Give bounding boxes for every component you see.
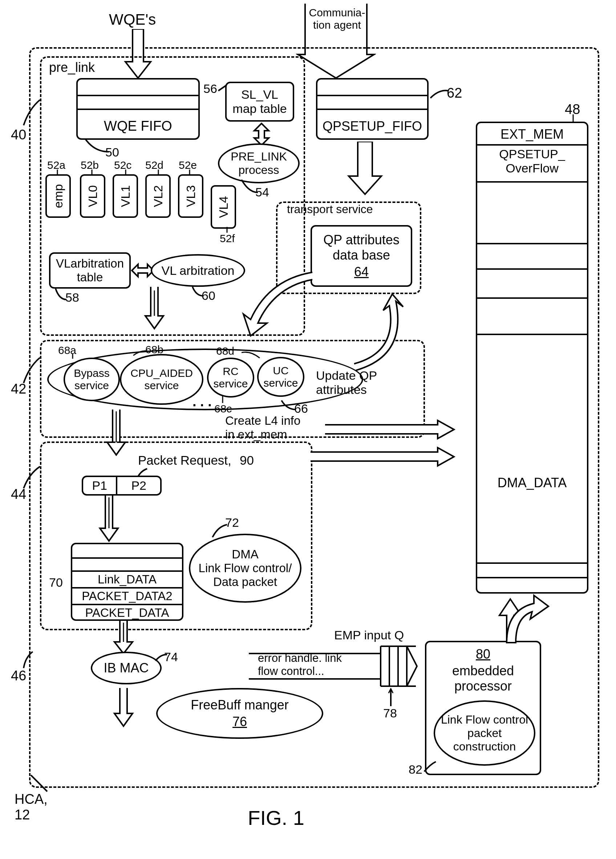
leader-42 bbox=[20, 356, 45, 385]
vlslot-vl0-label: VL0 bbox=[86, 185, 100, 207]
down-arrow-to-ibmac bbox=[113, 621, 134, 655]
leader-52a bbox=[55, 170, 62, 175]
freebuff-label: FreeBuff manger bbox=[191, 697, 288, 713]
ref-80: 80 bbox=[427, 647, 540, 662]
ref-56: 56 bbox=[203, 82, 217, 96]
curve-qp-to-services bbox=[240, 265, 316, 341]
vlslot-vl4: VL4 bbox=[211, 185, 236, 229]
ib-mac-label: IB MAC bbox=[103, 661, 149, 676]
p-slots: P1 P2 bbox=[82, 476, 162, 495]
arrow-dma-to-extmem bbox=[311, 447, 456, 469]
leader-60 bbox=[191, 285, 205, 300]
ib-mac: IB MAC bbox=[91, 652, 162, 684]
vl-arbitration-label: VL arbitration bbox=[162, 264, 235, 278]
pre-link-process: PRE_LINK process bbox=[218, 144, 300, 183]
vl-arbitration: VL arbitration bbox=[151, 254, 245, 287]
ref-90: 90 bbox=[240, 453, 254, 468]
leader-74 bbox=[154, 653, 169, 664]
leader-54 bbox=[240, 178, 261, 196]
freebuff-manager: FreeBuff manger 76 bbox=[156, 688, 323, 739]
arrow-create-l4 bbox=[325, 419, 456, 441]
leader-hca bbox=[29, 773, 58, 802]
vlslot-vl0: VL0 bbox=[80, 174, 105, 218]
leader-72 bbox=[211, 523, 229, 537]
rc-label: RC service bbox=[213, 365, 248, 390]
uc-service: UC service bbox=[257, 357, 304, 397]
pre-link-proc-label: PRE_LINK process bbox=[231, 150, 287, 177]
leader-52e bbox=[187, 170, 194, 175]
leader-56 bbox=[217, 83, 228, 94]
link-flow-packet-construction: Link Flow control packet construction bbox=[434, 700, 535, 766]
leader-52f bbox=[224, 227, 231, 234]
packet-row1: PACKET_DATA2 bbox=[72, 589, 182, 603]
leader-48 bbox=[570, 114, 577, 123]
leader-68b bbox=[131, 350, 150, 357]
embedded-processor: 80 embedded processor Link Flow control … bbox=[425, 641, 541, 775]
leader-68c bbox=[220, 396, 227, 404]
leader-82 bbox=[423, 761, 438, 775]
uc-label: UC service bbox=[263, 364, 298, 389]
bypass-label: Bypass service bbox=[74, 367, 109, 392]
ellipsis-dots: . . . bbox=[192, 394, 212, 409]
sl-vl-label: SL_VL map table bbox=[233, 87, 286, 116]
create-l4-label: Create L4 info in ext_mem bbox=[225, 414, 327, 442]
vlslot-vl3: VL3 bbox=[178, 174, 203, 218]
vlslot-emp-label: emp bbox=[51, 184, 66, 208]
p2-label: P2 bbox=[117, 477, 160, 494]
leader-52c bbox=[123, 170, 130, 175]
wqe-fifo: WQE FIFO bbox=[76, 78, 200, 140]
sl-vl-map-table: SL_VL map table bbox=[225, 82, 294, 122]
ref-82: 82 bbox=[409, 762, 422, 776]
ref-40: 40 bbox=[11, 127, 26, 143]
down-arrow-vlarb bbox=[144, 287, 165, 330]
vlslot-vl1-label: VL1 bbox=[119, 185, 133, 207]
up-curve-arrow bbox=[501, 592, 552, 646]
ext-mem-row0: QPSETUP_ OverFlow bbox=[477, 147, 587, 175]
packet-row2: PACKET_DATA bbox=[72, 606, 182, 620]
qp-db: QP attributes data base 64 bbox=[311, 225, 412, 287]
ext-mem: EXT_MEM QPSETUP_ OverFlow DMA_DATA bbox=[476, 122, 588, 593]
down-arrow-ibmac-out bbox=[113, 688, 134, 728]
ext-mem-dma-data: DMA_DATA bbox=[477, 475, 587, 490]
leader-52b bbox=[89, 170, 96, 175]
down-arrow-to-70 bbox=[98, 495, 120, 543]
vlslot-emp: emp bbox=[45, 174, 71, 218]
cpu-aided-service: CPU_AIDED service bbox=[120, 354, 203, 405]
ref-52f: 52f bbox=[220, 232, 235, 245]
ref-76: 76 bbox=[233, 714, 247, 729]
p1-label: P1 bbox=[83, 477, 117, 494]
cpu-aided-label: CPU_AIDED service bbox=[130, 367, 193, 392]
leader-44 bbox=[20, 465, 45, 490]
vlslot-vl4-label: VL4 bbox=[216, 196, 231, 218]
qpsetup-fifo: QPSETUP_FIFO bbox=[316, 78, 428, 140]
qp-db-label: QP attributes data base bbox=[323, 232, 399, 263]
rc-service: RC service bbox=[207, 358, 254, 398]
emp-input-q-label: EMP input Q bbox=[334, 628, 404, 642]
bypass-service: Bypass service bbox=[64, 358, 120, 401]
packet-block: Link_DATA PACKET_DATA2 PACKET_DATA bbox=[71, 543, 183, 621]
pre-link-title: pre_link bbox=[49, 60, 95, 75]
wqe-fifo-label: WQE FIFO bbox=[78, 118, 198, 134]
emp-arrow-text: error handle. link flow control... bbox=[258, 652, 374, 678]
dma-label: DMA Link Flow control/ Data packet bbox=[199, 548, 292, 589]
leader-52d bbox=[155, 170, 163, 175]
ref-70: 70 bbox=[49, 575, 63, 590]
wqe-input-label: WQE's bbox=[109, 11, 156, 28]
ref-78: 78 bbox=[383, 706, 397, 720]
vlslot-vl3-label: VL3 bbox=[184, 185, 198, 207]
embedded-sub-label: Link Flow control packet construction bbox=[441, 713, 528, 753]
leader-58 bbox=[54, 287, 68, 305]
ref-64: 64 bbox=[354, 264, 369, 280]
leader-62 bbox=[428, 87, 450, 102]
vl-arb-table: VLarbitration table bbox=[49, 252, 131, 289]
leader-78 bbox=[388, 688, 395, 708]
dma-ellipse: DMA Link Flow control/ Data packet bbox=[189, 534, 302, 603]
ext-mem-title: EXT_MEM bbox=[477, 127, 587, 142]
leader-46 bbox=[18, 650, 40, 672]
ref-68c: 68c bbox=[214, 403, 232, 415]
leader-40 bbox=[20, 98, 45, 127]
leader-66 bbox=[280, 399, 298, 413]
qpsetup-fifo-label: QPSETUP_FIFO bbox=[317, 119, 427, 134]
embedded-label: embedded processor bbox=[427, 663, 540, 694]
leader-68a bbox=[71, 354, 78, 359]
